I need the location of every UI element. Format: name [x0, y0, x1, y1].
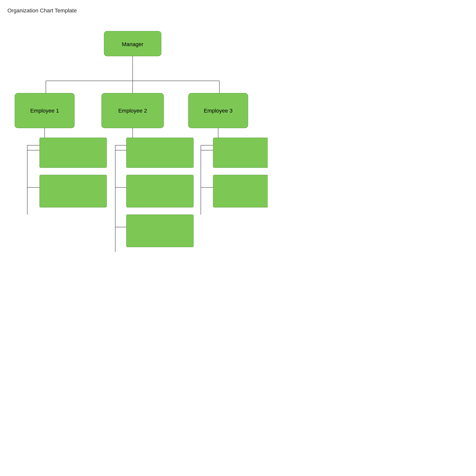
org-chart-svg: Manager Employee 1 Employee 2 Employee 3 — [7, 24, 260, 267]
emp1-sub1-node — [40, 138, 107, 168]
emp2-sub2-node — [126, 175, 193, 207]
org-chart: Manager Employee 1 Employee 2 Employee 3 — [7, 24, 260, 267]
page-title: Organization Chart Template — [7, 7, 260, 14]
employee2-label: Employee 2 — [118, 108, 147, 114]
emp2-sub1-node — [126, 138, 193, 168]
employee3-label: Employee 3 — [204, 108, 233, 114]
emp1-sub2-node — [40, 175, 107, 207]
emp3-sub2-node — [213, 175, 268, 207]
emp3-sub1-node — [213, 138, 268, 168]
emp2-sub3-node — [126, 215, 193, 247]
manager-label: Manager — [122, 41, 144, 47]
employee1-label: Employee 1 — [30, 108, 59, 114]
